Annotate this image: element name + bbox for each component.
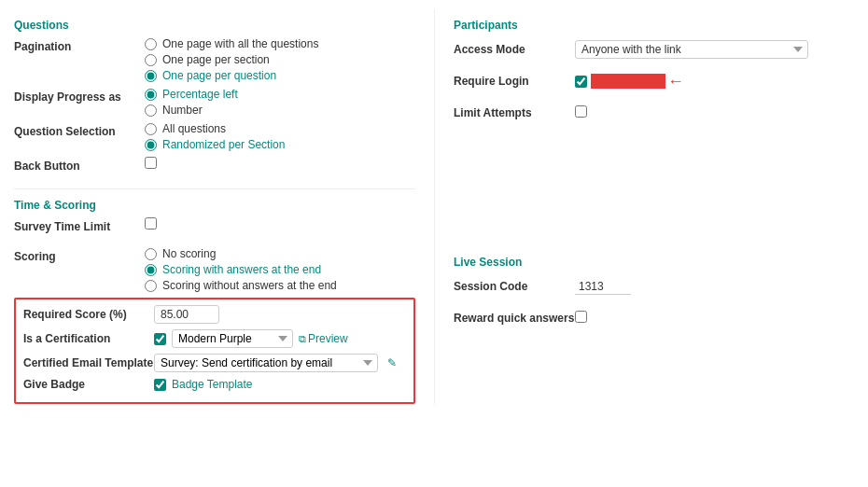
scoring-option-1[interactable]: Scoring with answers at the end (145, 263, 415, 276)
give-badge-label: Give Badge (23, 378, 154, 391)
survey-time-limit-row: Survey Time Limit (14, 217, 415, 242)
question-selection-option-1[interactable]: Randomized per Section (145, 138, 415, 151)
scoring-option-0[interactable]: No scoring (145, 247, 415, 260)
question-selection-option-0[interactable]: All questions (145, 122, 415, 135)
question-selection-radio-0[interactable] (145, 123, 157, 135)
is-certification-checkbox[interactable] (154, 333, 166, 345)
survey-time-limit-label: Survey Time Limit (14, 217, 145, 233)
display-progress-option-1-label: Number (162, 104, 203, 117)
require-login-highlight (591, 74, 665, 89)
require-login-label: Require Login (454, 75, 575, 88)
certified-email-label: Certified Email Template (23, 356, 154, 369)
question-selection-controls: All questions Randomized per Section (145, 122, 415, 151)
access-mode-label: Access Mode (454, 43, 575, 56)
required-score-row: Required Score (%) (23, 305, 406, 324)
reward-quick-answers-checkbox[interactable] (575, 311, 587, 323)
certified-email-value: Survey: Send certification by email ✎ (154, 354, 406, 372)
scoring-radio-0[interactable] (145, 248, 157, 260)
survey-time-limit-checkbox[interactable] (145, 217, 157, 230)
reward-quick-answers-value (575, 311, 854, 326)
back-button-checkbox[interactable] (145, 157, 157, 169)
scoring-radio-1[interactable] (145, 264, 157, 276)
display-progress-option-0[interactable]: Percentage left (145, 88, 415, 101)
session-code-value: 1313 (575, 279, 854, 295)
scoring-row: Scoring No scoring Scoring with answers … (14, 247, 415, 292)
require-login-value: ← (575, 72, 854, 91)
access-mode-row: Access Mode Anyone with the link Invite … (454, 37, 854, 62)
edit-email-icon[interactable]: ✎ (387, 356, 397, 369)
required-score-value (154, 305, 406, 324)
certified-email-select[interactable]: Survey: Send certification by email (154, 354, 378, 372)
back-button-row: Back Button (14, 157, 415, 181)
display-progress-controls: Percentage left Number (145, 88, 415, 117)
reward-quick-answers-row: Reward quick answers (454, 306, 854, 330)
pagination-option-2[interactable]: One page per question (145, 69, 415, 82)
pagination-radio-1[interactable] (145, 54, 157, 66)
session-code-row: Session Code 1313 (454, 274, 854, 299)
scoring-controls: No scoring Scoring with answers at the e… (145, 247, 415, 292)
badge-template-link[interactable]: Badge Template (172, 378, 253, 391)
back-button-label: Back Button (14, 157, 145, 173)
access-mode-value: Anyone with the link Invite Only Public (575, 40, 854, 59)
survey-time-limit-checkbox-label[interactable] (145, 217, 415, 230)
questions-section-header: Questions (14, 19, 415, 32)
display-progress-radio-0[interactable] (145, 89, 157, 101)
give-badge-row: Give Badge Badge Template (23, 378, 406, 391)
display-progress-label: Display Progress as (14, 88, 145, 104)
pagination-radio-0[interactable] (145, 38, 157, 50)
pagination-option-0-label: One page with all the questions (162, 37, 318, 50)
participants-section-header: Participants (454, 19, 854, 32)
scoring-option-2[interactable]: Scoring without answers at the end (145, 279, 415, 292)
pagination-option-2-label: One page per question (162, 69, 276, 82)
require-login-checkbox[interactable] (575, 76, 587, 88)
back-button-controls (145, 157, 415, 169)
display-progress-row: Display Progress as Percentage left Numb… (14, 88, 415, 117)
red-arrow-icon: ← (667, 72, 684, 91)
scoring-label: Scoring (14, 247, 145, 263)
pagination-option-0[interactable]: One page with all the questions (145, 37, 415, 50)
is-certification-row: Is a Certification Modern Purple Classic… (23, 329, 406, 348)
limit-attempts-row: Limit Attempts (454, 101, 854, 125)
display-progress-option-0-label: Percentage left (162, 88, 238, 101)
pagination-radio-2[interactable] (145, 70, 157, 82)
scoring-option-1-label: Scoring with answers at the end (162, 263, 321, 276)
scoring-option-2-label: Scoring without answers at the end (162, 279, 337, 292)
session-code-display: 1313 (575, 279, 631, 295)
preview-link[interactable]: Preview (299, 332, 348, 345)
session-code-label: Session Code (454, 280, 575, 293)
pagination-row: Pagination One page with all the questio… (14, 37, 415, 82)
question-selection-row: Question Selection All questions Randomi… (14, 122, 415, 151)
right-panel: Participants Access Mode Anyone with the… (434, 9, 854, 404)
pagination-controls: One page with all the questions One page… (145, 37, 415, 82)
give-badge-checkbox[interactable] (154, 379, 166, 391)
question-selection-option-0-label: All questions (162, 122, 226, 135)
limit-attempts-value (575, 105, 854, 120)
display-progress-radio-1[interactable] (145, 104, 157, 117)
question-selection-label: Question Selection (14, 122, 145, 138)
survey-time-limit-controls (145, 217, 415, 230)
certification-template-select[interactable]: Modern Purple Classic Blue Green (172, 329, 293, 348)
left-panel: Questions Pagination One page with all t… (14, 9, 434, 404)
require-login-row: Require Login ← (454, 69, 854, 93)
back-button-checkbox-label[interactable] (145, 157, 415, 169)
scoring-option-0-label: No scoring (162, 247, 216, 260)
time-scoring-section-header: Time & Scoring (14, 199, 415, 212)
live-session-section-header: Live Session (454, 256, 854, 269)
pagination-option-1[interactable]: One page per section (145, 53, 415, 66)
pagination-label: Pagination (14, 37, 145, 53)
required-score-input[interactable] (154, 305, 219, 324)
reward-quick-answers-label: Reward quick answers (454, 312, 575, 325)
give-badge-value: Badge Template (154, 378, 406, 391)
is-certification-value: Modern Purple Classic Blue Green Preview (154, 329, 406, 348)
display-progress-option-1[interactable]: Number (145, 104, 415, 117)
red-box-container: Required Score (%) Is a Certification Mo… (14, 298, 415, 404)
question-selection-option-1-label: Randomized per Section (162, 138, 285, 151)
is-certification-label: Is a Certification (23, 332, 154, 345)
limit-attempts-label: Limit Attempts (454, 106, 575, 119)
limit-attempts-checkbox[interactable] (575, 105, 587, 118)
question-selection-radio-1[interactable] (145, 139, 157, 151)
required-score-label: Required Score (%) (23, 308, 154, 321)
pagination-option-1-label: One page per section (162, 53, 270, 66)
scoring-radio-2[interactable] (145, 280, 157, 292)
access-mode-select[interactable]: Anyone with the link Invite Only Public (575, 40, 808, 59)
